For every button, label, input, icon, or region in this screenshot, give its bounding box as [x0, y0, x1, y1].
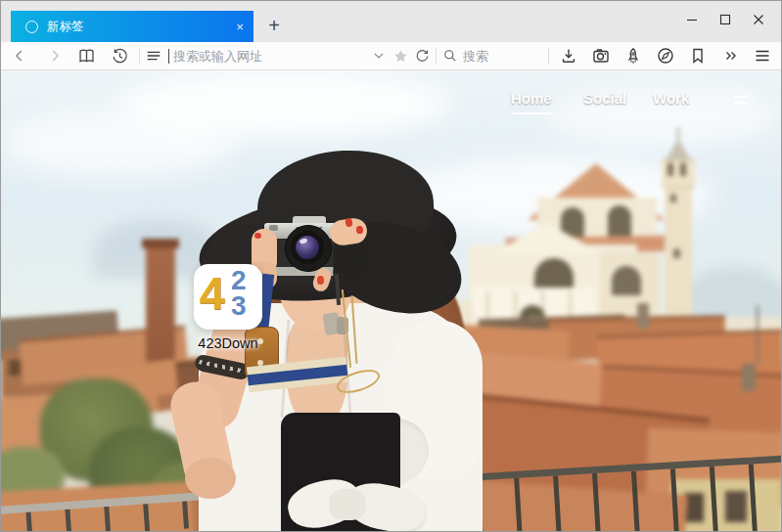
- address-menu-icon[interactable]: [143, 45, 164, 66]
- site-nav: Home Social Work: [1, 90, 781, 119]
- search-icon: [439, 45, 461, 66]
- text-caret: [168, 49, 169, 64]
- main-menu-icon[interactable]: [752, 45, 773, 66]
- maximize-button[interactable]: [709, 7, 742, 32]
- arm-left-elbow: [185, 458, 236, 499]
- tab-bar: 新标签 × +: [1, 1, 781, 42]
- search-input[interactable]: [461, 48, 541, 65]
- nav-item-home[interactable]: Home: [511, 90, 552, 107]
- forward-button[interactable]: [44, 45, 66, 66]
- new-tab-button[interactable]: +: [261, 13, 287, 38]
- logo-423-icon[interactable]: 4 2 3: [194, 264, 262, 330]
- download-icon[interactable]: [558, 45, 579, 66]
- more-chevrons-icon[interactable]: [719, 45, 741, 66]
- nav-item-social[interactable]: Social: [583, 90, 626, 107]
- active-tab[interactable]: 新标签 ×: [11, 11, 253, 42]
- browser-window: 新标签 × +: [0, 0, 782, 532]
- screenshot-camera-icon[interactable]: [590, 45, 612, 66]
- minimize-button[interactable]: [675, 7, 709, 32]
- shortcut-423down[interactable]: 4 2 3 423Down: [183, 264, 273, 351]
- shirt-knot-core: [329, 489, 366, 520]
- toolbar-separator: [436, 48, 437, 65]
- camera-lens-glass: [296, 236, 319, 259]
- nav-item-work[interactable]: Work: [653, 90, 689, 107]
- bookmarks-book-icon[interactable]: [75, 45, 97, 66]
- bookmark-flag-icon[interactable]: [687, 45, 709, 66]
- nav-active-underline: [513, 112, 552, 114]
- explorer-compass-icon[interactable]: [655, 45, 676, 66]
- tab-close-icon[interactable]: ×: [236, 21, 244, 33]
- page-content: OLYMPUS: [1, 70, 781, 532]
- woman-with-camera: OLYMPUS: [1, 70, 781, 532]
- address-dropdown-chevron-icon[interactable]: [368, 45, 390, 66]
- nav-hamburger-icon[interactable]: [727, 86, 755, 113]
- fingernail-red: [317, 276, 324, 285]
- search-box[interactable]: [439, 45, 545, 66]
- logo-digit-4: 4: [200, 268, 225, 319]
- toolbar-separator: [139, 48, 140, 65]
- fingernail-red: [254, 233, 261, 239]
- favorite-star-icon[interactable]: [390, 45, 411, 66]
- refresh-icon[interactable]: [411, 45, 433, 66]
- tab-loading-icon: [25, 21, 38, 33]
- shortcut-label: 423Down: [183, 335, 273, 351]
- history-icon[interactable]: [109, 45, 130, 66]
- rocket-icon[interactable]: [622, 45, 644, 66]
- close-button[interactable]: [742, 7, 775, 32]
- tab-title: 新标签: [47, 19, 236, 35]
- toolbar: [1, 42, 781, 70]
- address-bar[interactable]: [164, 48, 368, 65]
- toolbar-separator: [548, 48, 549, 65]
- fingernail-red: [356, 226, 363, 234]
- back-button[interactable]: [9, 45, 30, 66]
- toolbar-right-icons: [558, 45, 773, 66]
- logo-digit-3: 3: [231, 292, 247, 320]
- address-input[interactable]: [171, 48, 368, 65]
- window-controls: [675, 7, 775, 32]
